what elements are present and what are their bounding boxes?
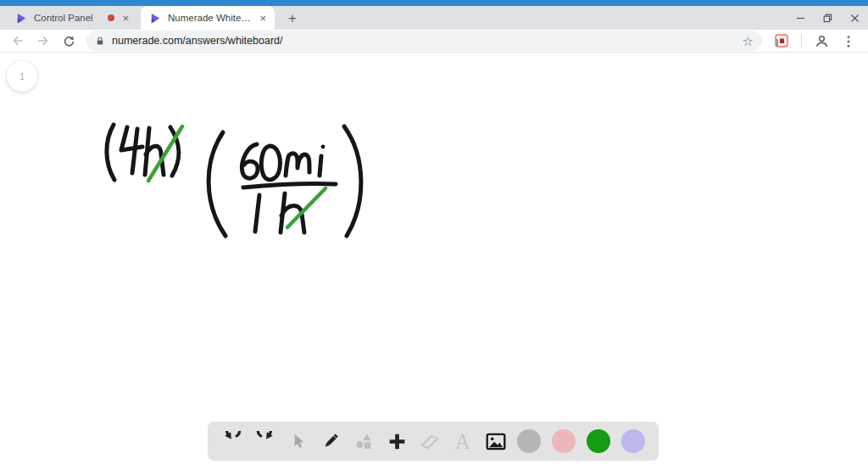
- browser-window: Control Panel × Numerade Whiteboard × +: [0, 0, 868, 470]
- green-strikethrough-strokes: [148, 126, 326, 227]
- forward-icon[interactable]: [32, 31, 54, 51]
- extension-icon[interactable]: [771, 31, 793, 51]
- numerade-logo-icon: [149, 12, 162, 25]
- handwritten-math-drawing: [93, 109, 381, 244]
- window-title-accent-bar: [0, 0, 868, 6]
- add-icon[interactable]: [386, 430, 408, 452]
- window-controls: [787, 6, 868, 30]
- undo-icon[interactable]: [221, 430, 243, 452]
- navbar-right-cluster: ⋮: [771, 31, 860, 51]
- color-swatch-pink[interactable]: [552, 429, 576, 453]
- page-number-badge: 1: [7, 61, 37, 92]
- close-icon[interactable]: [841, 6, 868, 30]
- tab-close-icon[interactable]: ×: [120, 11, 131, 25]
- drawing-toolbar: A: [208, 422, 659, 461]
- image-icon[interactable]: [485, 430, 507, 452]
- back-icon[interactable]: [7, 31, 29, 51]
- reload-icon[interactable]: [58, 31, 80, 51]
- profile-avatar-icon[interactable]: [810, 31, 832, 51]
- recording-indicator-dot: [108, 14, 114, 21]
- tab-title: Numerade Whiteboard: [168, 13, 252, 23]
- text-tool-icon[interactable]: A: [452, 430, 474, 452]
- tab-close-icon[interactable]: ×: [258, 11, 268, 25]
- new-tab-button[interactable]: +: [283, 10, 302, 27]
- select-cursor-icon[interactable]: [287, 430, 309, 452]
- color-swatch-gray[interactable]: [517, 429, 541, 453]
- color-swatch-green[interactable]: [587, 429, 610, 453]
- browser-navbar: numerade.com/answers/whiteboard/ ☆ ⋮: [0, 30, 868, 53]
- address-bar[interactable]: numerade.com/answers/whiteboard/ ☆: [86, 31, 762, 51]
- bookmark-star-icon[interactable]: ☆: [743, 35, 754, 48]
- restore-icon[interactable]: [814, 6, 841, 30]
- ink-strokes: [107, 125, 361, 236]
- tab-strip: Control Panel × Numerade Whiteboard × +: [0, 6, 868, 30]
- numerade-logo-icon: [15, 12, 28, 25]
- navbar-divider: [801, 34, 802, 48]
- redo-icon[interactable]: [254, 430, 276, 452]
- browser-menu-icon[interactable]: ⋮: [837, 31, 860, 51]
- tab-title: Control Panel: [34, 13, 102, 23]
- whiteboard-canvas[interactable]: 1: [0, 53, 868, 470]
- tab-control-panel[interactable]: Control Panel ×: [7, 6, 137, 30]
- eraser-icon[interactable]: [419, 430, 441, 452]
- color-swatch-purple[interactable]: [621, 429, 645, 453]
- lock-icon: [95, 36, 105, 47]
- shapes-icon[interactable]: [353, 430, 375, 452]
- minimize-icon[interactable]: [787, 6, 814, 30]
- tab-numerade-whiteboard[interactable]: Numerade Whiteboard ×: [141, 6, 275, 30]
- url-text: numerade.com/answers/whiteboard/: [112, 35, 736, 47]
- pen-icon[interactable]: [320, 430, 342, 452]
